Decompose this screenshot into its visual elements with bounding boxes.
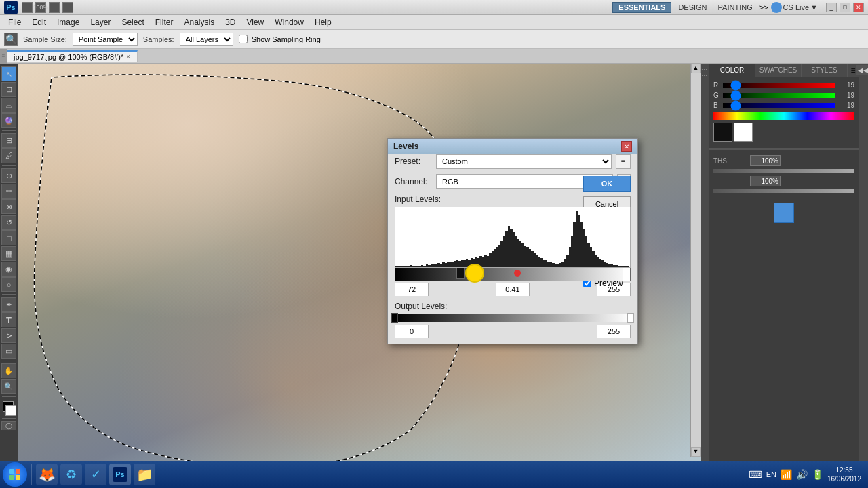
heal-tool[interactable]: ⊕ [1, 168, 16, 183]
show-sampling-ring-checkbox[interactable] [239, 35, 248, 43]
menu-edit[interactable]: Edit [26, 16, 52, 28]
scroll-up-btn[interactable]: ▲ [691, 64, 701, 73]
menu-image[interactable]: Image [52, 16, 85, 28]
battery-icon[interactable]: 🔋 [812, 469, 823, 480]
crop-tool[interactable]: ⊞ [1, 133, 16, 148]
volume-icon[interactable]: 🔊 [796, 469, 808, 480]
red-value: 19 [837, 81, 854, 89]
output-slider-track[interactable] [395, 314, 631, 322]
histogram-bar [627, 266, 629, 267]
menu-window[interactable]: Window [269, 16, 309, 28]
input-slider-track[interactable] [395, 268, 631, 281]
photoshop-taskbar-icon[interactable]: Ps [109, 464, 131, 485]
levels-titlebar[interactable]: Levels ✕ [388, 139, 637, 154]
separator6 [2, 418, 16, 419]
active-color-btn[interactable] [774, 203, 794, 223]
gradient-tool[interactable]: ▦ [1, 246, 16, 261]
panel-collapse-handle[interactable]: ⋮⋮ [701, 64, 709, 468]
text-tool[interactable]: T [1, 312, 16, 327]
color-spectrum[interactable] [713, 112, 854, 120]
design-btn[interactable]: DESIGN [674, 3, 711, 12]
output-black-input[interactable]: 0 [395, 325, 429, 338]
close-btn[interactable]: ✕ [853, 3, 864, 12]
clone-tool[interactable]: ⊗ [1, 199, 16, 214]
start-button[interactable] [3, 462, 27, 487]
preset-select[interactable]: Custom Default Lighter [436, 154, 612, 169]
firefox-icon[interactable]: 🦊 [36, 464, 58, 485]
opacity-input[interactable]: 100% [750, 155, 781, 166]
menu-select[interactable]: Select [116, 16, 149, 28]
menu-file[interactable]: File [3, 16, 26, 28]
shape-tool[interactable]: ▭ [1, 344, 16, 359]
tab-swatches[interactable]: SWATCHES [755, 64, 802, 77]
menu-3d[interactable]: 3D [220, 16, 241, 28]
pen-tool[interactable]: ✒ [1, 297, 16, 312]
keyboard-icon[interactable]: ⌨ [749, 469, 762, 480]
eraser-tool[interactable]: ◻ [1, 230, 16, 245]
show-sampling-ring-label[interactable]: Show Sampling Ring [239, 35, 321, 43]
fg-swatch-large[interactable] [713, 123, 732, 142]
scroll-down-btn[interactable]: ▼ [691, 447, 701, 457]
tab-color[interactable]: COLOR [709, 64, 755, 77]
blue-slider[interactable] [723, 103, 835, 108]
dodge-tool[interactable]: ○ [1, 277, 16, 292]
panel-grip-icon[interactable]: ⋮⋮ [701, 66, 708, 79]
cs-live[interactable]: CS Live ▼ [771, 2, 818, 13]
black-point-handle[interactable] [456, 268, 465, 279]
folder-icon[interactable]: 📁 [134, 464, 155, 485]
menu-help[interactable]: Help [309, 16, 337, 28]
output-white-handle[interactable] [627, 313, 634, 323]
history-brush[interactable]: ↺ [1, 215, 16, 230]
green-slider[interactable] [723, 93, 835, 98]
restore-btn[interactable]: □ [840, 3, 850, 12]
taskbar-icon-2[interactable]: ♻ [60, 464, 82, 485]
essentials-btn[interactable]: ESSENTIALS [612, 2, 671, 13]
vscroll-thumb[interactable] [691, 73, 701, 447]
tab-styles[interactable]: STYLES [802, 64, 848, 77]
zoom-tool[interactable]: 🔍 [1, 379, 16, 394]
lasso-tool[interactable]: ⌓ [1, 98, 16, 113]
output-white-input[interactable]: 255 [597, 325, 631, 338]
eyedropper-tool[interactable]: 🖊 [1, 148, 16, 163]
blur-tool[interactable]: ◉ [1, 262, 16, 277]
menu-view[interactable]: View [241, 16, 269, 28]
quick-select-tool[interactable]: 🔮 [1, 113, 16, 128]
more-workspaces[interactable]: >> [760, 3, 768, 12]
network-icon[interactable]: 📶 [781, 469, 792, 480]
painting-btn[interactable]: PAINTING [714, 3, 757, 12]
ok-button[interactable]: OK [583, 176, 631, 192]
path-select[interactable]: ⊳ [1, 328, 16, 343]
black-input[interactable]: 72 [395, 283, 429, 296]
color-swatches[interactable] [1, 401, 16, 416]
menu-layer[interactable]: Layer [85, 16, 116, 28]
menu-filter[interactable]: Filter [150, 16, 179, 28]
tab-close-btn[interactable]: × [126, 53, 130, 60]
menu-analysis[interactable]: Analysis [178, 16, 220, 28]
samples-select[interactable]: All Layers [180, 33, 233, 46]
tab-handle[interactable]: ≡ [0, 49, 7, 64]
preset-menu-btn[interactable]: ≡ [616, 154, 631, 169]
quick-mask-btn[interactable]: ◯ [1, 421, 16, 430]
opacity-slider[interactable] [713, 169, 854, 173]
background-color[interactable] [5, 405, 16, 416]
move-tool[interactable]: ↖ [1, 66, 16, 81]
sample-size-select[interactable]: Point Sample [73, 33, 138, 46]
selection-tool[interactable]: ⊡ [1, 82, 16, 97]
mid-input[interactable]: 0.41 [496, 283, 530, 296]
red-slider[interactable] [723, 83, 835, 88]
green-value: 19 [837, 92, 854, 99]
levels-close-btn[interactable]: ✕ [621, 141, 632, 152]
output-black-handle[interactable] [391, 313, 398, 323]
fill-slider[interactable] [713, 189, 854, 193]
white-point-handle[interactable] [623, 268, 631, 281]
hand-tool[interactable]: ✋ [1, 363, 16, 378]
panel-scroll-up[interactable]: ◀◀ [856, 65, 868, 75]
fill-input[interactable]: 100% [750, 176, 781, 186]
taskbar-icon-3[interactable]: ✓ [85, 464, 106, 485]
canvas-vscroll[interactable]: ▲ ▼ [690, 64, 701, 457]
active-tab[interactable]: jpg_9717.jpg @ 100% (RGB/8#)* × [7, 50, 138, 62]
minimize-btn[interactable]: _ [826, 3, 837, 12]
separator4 [2, 361, 16, 361]
brush-tool[interactable]: ✏ [1, 184, 16, 199]
bg-swatch-large[interactable] [734, 123, 753, 142]
